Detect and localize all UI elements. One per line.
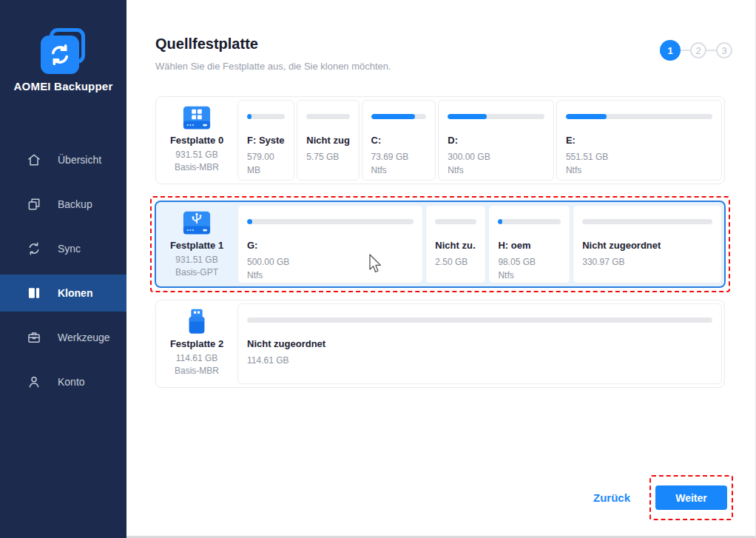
page-title: Quellfestplatte: [155, 36, 258, 53]
step-connector: [706, 50, 716, 51]
partition-fs: Ntfs: [247, 178, 263, 181]
sidebar-item-label: Sync: [58, 243, 81, 255]
partition-fs: Ntfs: [371, 165, 387, 175]
partition-card: C: 73.69 GBNtfs: [362, 100, 436, 181]
disk-row-1[interactable]: Festplatte 1 931.51 GBBasis-GPT G: 500.0…: [155, 201, 726, 288]
partition-label: E:: [566, 135, 712, 146]
sidebar-item-label: Backup: [58, 198, 92, 210]
usage-bar: [498, 219, 561, 224]
usage-bar-fill: [371, 114, 416, 119]
step-indicator: 1 2 3: [660, 40, 732, 61]
page-subtitle: Wählen Sie die Festplatte aus, die Sie k…: [155, 61, 391, 72]
disk-grid-icon: [181, 104, 212, 132]
disk-name: Festplatte 1: [170, 240, 223, 251]
partition-fs: Ntfs: [247, 270, 263, 280]
disk-name: Festplatte 2: [170, 338, 223, 349]
usage-bar-fill: [498, 219, 502, 224]
partition-size: 500.00 GB: [247, 257, 289, 267]
step-3: 3: [716, 42, 732, 58]
disk-row-0[interactable]: Festplatte 0 931.51 GBBasis-MBR F: Syste…: [155, 96, 725, 184]
disk-row-wrap: Festplatte 1 931.51 GBBasis-GPT G: 500.0…: [150, 196, 730, 292]
partition-meta: 5.75 GB: [306, 150, 349, 164]
sidebar-item-label: Übersicht: [58, 154, 101, 166]
partition-label: Nicht zug…: [306, 135, 349, 146]
partition-size: 551.51 GB: [566, 152, 608, 162]
partition-label: F: System…: [247, 135, 285, 146]
main-panel: Quellfestplatte Wählen Sie die Festplatt…: [126, 0, 756, 538]
sidebar-item-label: Werkzeuge: [58, 332, 110, 343]
partition-size: 114.61 GB: [247, 355, 288, 366]
brand: AOMEI Backupper: [0, 0, 126, 93]
partition-card: Nicht zugeordnet 114.61 GB: [237, 303, 722, 384]
usage-bar: [566, 114, 712, 119]
partition-meta: 579.00 MBNtfs: [247, 150, 285, 181]
backup-icon: [27, 197, 41, 212]
partition-label: Nicht zugeordnet: [247, 338, 712, 349]
partition-card: G: 500.00 GBNtfs: [237, 205, 423, 283]
partition-size: 300.00 GB: [448, 152, 490, 162]
brand-name: AOMEI Backupper: [0, 80, 126, 93]
partition-size: 5.75 GB: [306, 152, 339, 162]
disk-info: Festplatte 1 931.51 GBBasis-GPT: [156, 202, 237, 286]
partition-card: F: System… 579.00 MBNtfs: [237, 100, 294, 181]
disk-meta: 931.51 GBBasis-GPT: [175, 254, 218, 280]
account-icon: [27, 374, 41, 389]
partition-meta: 2.50 GB: [435, 255, 476, 269]
usb-stick-icon: [181, 308, 212, 336]
sidebar: AOMEI Backupper Übersicht Backup Sync Kl…: [0, 0, 126, 538]
back-button[interactable]: Zurück: [593, 491, 630, 504]
disk-info: Festplatte 2 114.61 GBBasis-MBR: [156, 300, 237, 387]
disk-meta: 114.61 GBBasis-MBR: [175, 352, 219, 378]
step-connector: [681, 50, 690, 51]
sidebar-item-werkzeuge[interactable]: Werkzeuge: [0, 319, 126, 356]
partition-size: 98.05 GB: [498, 257, 536, 267]
partition-label: Nicht zu…: [435, 240, 476, 251]
disk-size: 931.51 GB: [175, 149, 217, 160]
disk-row-2[interactable]: Festplatte 2 114.61 GBBasis-MBR Nicht zu…: [155, 300, 725, 388]
partition-list: G: 500.00 GBNtfs Nicht zu… 2.50 GB H: oe…: [237, 202, 724, 286]
partition-size: 330.97 GB: [582, 257, 624, 267]
sidebar-menu: Übersicht Backup Sync Klonen Werkzeuge K…: [0, 141, 126, 400]
usage-bar-fill: [247, 114, 252, 119]
tools-icon: [27, 330, 41, 345]
usage-bar-fill: [566, 114, 607, 119]
partition-label: C:: [371, 135, 427, 146]
partition-list: F: System… 579.00 MBNtfs Nicht zug… 5.75…: [237, 97, 724, 184]
logo-sync-icon: [41, 36, 79, 74]
home-icon: [27, 152, 41, 167]
disk-style: Basis-GPT: [175, 267, 218, 278]
partition-label: D:: [448, 135, 544, 146]
disk-row-wrap: Festplatte 2 114.61 GBBasis-MBR Nicht zu…: [155, 300, 725, 388]
partition-meta: 551.51 GBNtfs: [566, 150, 712, 177]
disk-style: Basis-MBR: [175, 366, 219, 376]
disk-name: Festplatte 0: [170, 135, 223, 146]
partition-card: H: oem 98.05 GBNtfs: [488, 205, 570, 283]
sidebar-item-sync[interactable]: Sync: [0, 230, 126, 267]
sidebar-item--bersicht[interactable]: Übersicht: [0, 141, 126, 178]
sidebar-item-backup[interactable]: Backup: [0, 186, 126, 223]
partition-meta: 73.69 GBNtfs: [371, 150, 427, 177]
usage-bar: [371, 114, 427, 119]
partition-card: D: 300.00 GBNtfs: [438, 100, 554, 181]
partition-meta: 330.97 GB: [582, 255, 712, 269]
partition-fs: Ntfs: [498, 270, 513, 280]
partition-meta: 98.05 GBNtfs: [498, 255, 561, 282]
next-button[interactable]: Weiter: [655, 485, 727, 510]
disk-info: Festplatte 0 931.51 GBBasis-MBR: [156, 97, 237, 184]
usage-bar: [306, 114, 349, 119]
partition-fs: Ntfs: [566, 165, 581, 175]
partition-meta: 300.00 GBNtfs: [448, 150, 544, 177]
usage-bar: [448, 114, 544, 119]
usage-bar: [247, 219, 414, 224]
partition-size: 2.50 GB: [435, 257, 468, 267]
sidebar-item-konto[interactable]: Konto: [0, 363, 126, 400]
partition-card: Nicht zu… 2.50 GB: [425, 205, 486, 283]
app-window: AOMEI Backupper Übersicht Backup Sync Kl…: [0, 0, 756, 538]
disk-meta: 931.51 GBBasis-MBR: [175, 149, 219, 175]
partition-list: Nicht zugeordnet 114.61 GB: [237, 300, 724, 387]
next-button-highlight: Weiter: [649, 475, 733, 520]
partition-card: Nicht zug… 5.75 GB: [297, 100, 359, 181]
sidebar-item-klonen[interactable]: Klonen: [0, 275, 126, 312]
disk-list: Festplatte 0 931.51 GBBasis-MBR F: Syste…: [155, 96, 725, 400]
usb-disk-icon: [181, 209, 212, 238]
